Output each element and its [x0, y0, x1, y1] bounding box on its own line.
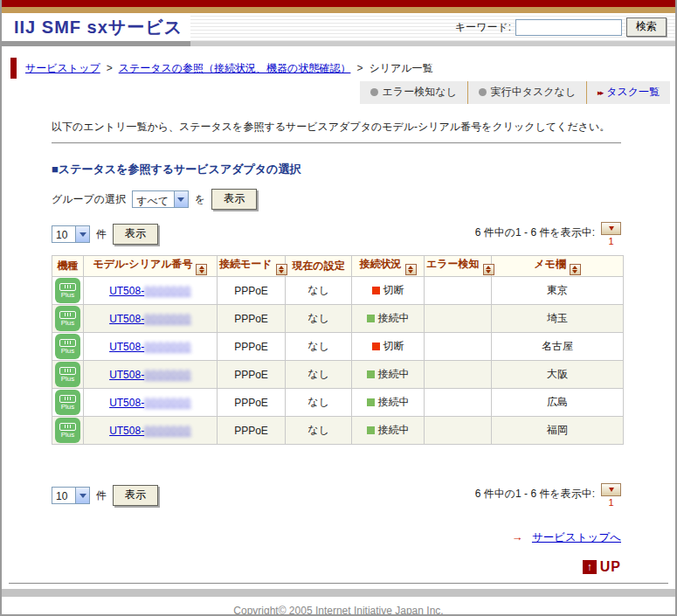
current-setting-cell: なし	[286, 333, 352, 361]
connection-status-cell: 接続中	[352, 389, 425, 417]
device-icon-label: Plus	[61, 376, 75, 383]
error-detect-cell	[425, 333, 492, 361]
connection-mode-cell: PPPoE	[218, 389, 286, 417]
keyword-label: キーワード:	[455, 20, 511, 35]
memo-cell: 名古屋	[492, 333, 624, 361]
copyright-text: Copyright© 2005 Internet Initiative Japa…	[2, 605, 675, 616]
status-square-icon	[372, 343, 380, 350]
up-row: ↑ UP	[52, 558, 621, 575]
masked-serial: 0000000	[144, 313, 191, 325]
per-page-value: 10	[52, 226, 75, 242]
connection-mode-cell: PPPoE	[218, 277, 286, 305]
header-divider	[2, 41, 675, 46]
memo-cell: 埼玉	[492, 305, 624, 333]
serial-link[interactable]: UT508-0000000	[109, 285, 191, 297]
serial-link[interactable]: UT508-0000000	[109, 425, 191, 437]
page-button[interactable]	[601, 483, 621, 496]
app-logo: IIJ SMF sxサービス	[14, 16, 183, 39]
serial-link[interactable]: UT508-0000000	[109, 397, 191, 409]
current-setting-cell: なし	[286, 417, 352, 445]
breadcrumb-separator: >	[356, 62, 363, 74]
masked-serial: 0000000	[144, 369, 191, 381]
device-model-icon: Plus	[55, 362, 80, 387]
device-icon-label: Plus	[61, 320, 75, 327]
per-page-unit: 件	[96, 488, 107, 503]
device-model-icon: Plus	[55, 390, 80, 415]
group-select-row: グループの選択 すべて を 表示	[52, 189, 621, 210]
sort-icon[interactable]	[405, 264, 417, 275]
table-row: Plus UT508-0000000 PPPoE なし 切断 東京	[52, 277, 624, 305]
page-indicator: 6 件中の1 - 6 件を表示中: 1	[475, 485, 621, 508]
search-button[interactable]: 検索	[626, 17, 667, 37]
connection-status-cell: 切断	[352, 277, 425, 305]
task-status-cell: 実行中タスクなし	[467, 81, 586, 104]
status-square-icon	[367, 426, 375, 434]
current-setting-cell: なし	[286, 389, 352, 417]
status-square-icon	[367, 398, 375, 406]
error-detect-cell	[425, 277, 492, 305]
page-range-text: 6 件中の1 - 6 件を表示中:	[475, 487, 595, 502]
router-glyph	[59, 339, 76, 347]
page-indicator: 6 件中の1 - 6 件を表示中: 1	[475, 224, 621, 246]
task-list-cell: ▸▸ タスク一覧	[586, 81, 670, 104]
group-select[interactable]: すべて	[132, 190, 189, 208]
up-link[interactable]: ↑ UP	[583, 559, 621, 575]
status-label: 接続中	[378, 312, 410, 324]
service-top-link[interactable]: サービストップへ	[532, 531, 621, 543]
device-icon-label: Plus	[61, 404, 75, 411]
chevron-down-icon[interactable]	[75, 226, 89, 242]
connection-mode-cell: PPPoE	[218, 333, 286, 361]
per-page-show-button[interactable]: 表示	[113, 485, 158, 506]
per-page-select[interactable]: 10	[52, 225, 90, 243]
status-label: 接続中	[378, 368, 410, 380]
top-tan-bar	[2, 7, 675, 13]
footer-divider	[9, 583, 668, 584]
breadcrumb-link-status[interactable]: ステータスの参照（接続状況、機器の状態確認）	[119, 61, 351, 76]
chevron-down-icon[interactable]	[75, 488, 89, 503]
memo-cell: 東京	[492, 277, 624, 305]
breadcrumb-link-service-top[interactable]: サービストップ	[25, 61, 100, 76]
page-button[interactable]	[601, 222, 621, 235]
chevron-down-icon[interactable]	[174, 191, 188, 207]
group-select-value: すべて	[133, 191, 174, 207]
header: IIJ SMF sxサービス キーワード: 検索	[2, 13, 675, 41]
model-cell: Plus	[52, 361, 84, 389]
up-label: UP	[600, 559, 621, 575]
per-page-show-button[interactable]: 表示	[113, 224, 158, 245]
sort-icon[interactable]	[276, 264, 287, 275]
header-search-area: キーワード: 検索	[190, 13, 675, 41]
task-status-label: 実行中タスクなし	[491, 85, 576, 100]
per-page-value: 10	[52, 488, 75, 503]
serial-cell: UT508-0000000	[84, 305, 218, 333]
per-page-select[interactable]: 10	[52, 487, 90, 504]
keyword-input[interactable]	[515, 19, 622, 36]
task-list-link[interactable]: タスク一覧	[606, 85, 660, 100]
serial-table: 機種モデル-シリアル番号接続モード現在の設定接続状況エラー検知メモ欄 Plus …	[52, 255, 624, 445]
serial-link[interactable]: UT508-0000000	[109, 341, 191, 353]
model-cell: Plus	[52, 389, 84, 417]
serial-link[interactable]: UT508-0000000	[109, 369, 191, 381]
sort-icon[interactable]	[196, 264, 207, 275]
footer-bar	[2, 589, 675, 597]
sort-icon[interactable]	[483, 264, 494, 275]
page-range-text: 6 件中の1 - 6 件を表示中:	[475, 225, 595, 240]
error-status-label: エラー検知なし	[383, 85, 457, 100]
router-glyph	[59, 283, 76, 291]
serial-link[interactable]: UT508-0000000	[109, 313, 191, 325]
table-row: Plus UT508-0000000 PPPoE なし 接続中 埼玉	[52, 305, 624, 333]
sort-icon[interactable]	[570, 264, 581, 275]
pager-top: 10 件 表示 6 件中の1 - 6 件を表示中: 1	[52, 224, 621, 246]
table-header-row: 機種モデル-シリアル番号接続モード現在の設定接続状況エラー検知メモ欄	[52, 256, 624, 277]
status-strip: エラー検知なし 実行中タスクなし ▸▸ タスク一覧	[2, 81, 670, 104]
connection-mode-cell: PPPoE	[218, 361, 286, 389]
device-icon-label: Plus	[61, 432, 75, 439]
table-row: Plus UT508-0000000 PPPoE なし 接続中 広島	[52, 389, 624, 417]
group-show-button[interactable]: 表示	[211, 189, 257, 210]
model-cell: Plus	[52, 417, 84, 445]
router-glyph	[59, 423, 76, 431]
task-list-arrow-icon: ▸▸	[598, 88, 602, 97]
connection-mode-cell: PPPoE	[218, 305, 286, 333]
status-label: 接続中	[378, 396, 410, 408]
memo-cell: 大阪	[492, 361, 624, 389]
current-setting-cell: なし	[286, 361, 352, 389]
